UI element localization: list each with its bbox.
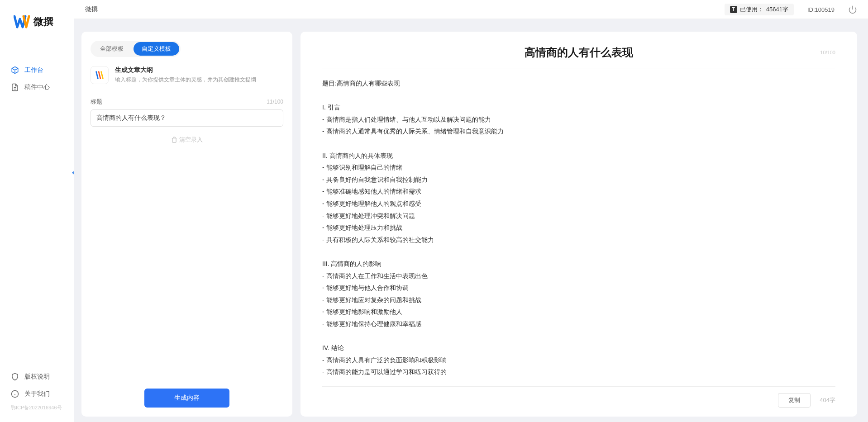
copy-button[interactable]: 复制 bbox=[778, 393, 811, 408]
nav-item-workbench[interactable]: 工作台 bbox=[0, 62, 74, 79]
cube-icon bbox=[11, 66, 19, 74]
id-value: 100519 bbox=[815, 6, 835, 13]
page-title: 微撰 bbox=[85, 5, 98, 14]
usage-value: 45641字 bbox=[766, 5, 788, 14]
output-header: 高情商的人有什么表现 10/100 bbox=[322, 45, 835, 60]
title-label-row: 标题 11/100 bbox=[91, 98, 283, 106]
footer-item-copyright[interactable]: 版权说明 bbox=[0, 368, 74, 385]
sidebar-collapse-handle[interactable] bbox=[68, 168, 77, 177]
output-panel: 高情商的人有什么表现 10/100 题目:高情商的人有哪些表现 I. 引言 - … bbox=[300, 32, 857, 417]
template-info: 生成文章大纲 输入标题，为你提供文章主体的灵感，并为其创建推文提纲 bbox=[115, 66, 283, 84]
icp-text: 鄂ICP备2022016946号 bbox=[0, 403, 74, 413]
title-input[interactable] bbox=[91, 109, 283, 127]
template-tabs: 全部模板 自定义模板 bbox=[91, 41, 181, 57]
generate-button[interactable]: 生成内容 bbox=[144, 389, 229, 408]
divider bbox=[322, 68, 835, 68]
template-description: 输入标题，为你提供文章主体的灵感，并为其创建推文提纲 bbox=[115, 76, 283, 84]
nav-item-label: 工作台 bbox=[24, 66, 43, 74]
nav-list: 工作台 稿件中心 bbox=[0, 62, 74, 96]
main-content: 全部模板 自定义模板 生成文章大纲 输入标题，为你提供文章主体的灵感，并为其创建… bbox=[74, 19, 868, 422]
clear-input-button[interactable]: 清空录入 bbox=[91, 136, 283, 144]
template-name: 生成文章大纲 bbox=[115, 66, 283, 74]
doc-icon bbox=[11, 83, 19, 91]
usage-badge[interactable]: T 已使用： 45641字 bbox=[725, 4, 794, 15]
clear-label: 清空录入 bbox=[179, 136, 203, 144]
nav-item-label: 稿件中心 bbox=[24, 83, 50, 91]
brand-logo: 微撰 bbox=[0, 0, 74, 43]
logo-icon bbox=[14, 14, 30, 30]
text-icon: T bbox=[730, 6, 737, 13]
tab-custom-templates[interactable]: 自定义模板 bbox=[134, 42, 179, 56]
output-body[interactable]: 题目:高情商的人有哪些表现 I. 引言 - 高情商是指人们处理情绪、与他人互动以… bbox=[322, 77, 835, 377]
trash-icon bbox=[171, 137, 177, 143]
id-label: ID: bbox=[807, 6, 815, 13]
output-title: 高情商的人有什么表现 bbox=[525, 45, 633, 60]
title-label: 标题 bbox=[91, 98, 102, 106]
topbar: 微撰 T 已使用： 45641字 ID:100519 bbox=[74, 0, 868, 19]
output-counter: 10/100 bbox=[820, 50, 835, 55]
usage-label: 已使用： bbox=[740, 5, 763, 14]
footer-item-label: 版权说明 bbox=[24, 373, 50, 381]
template-card: 生成文章大纲 输入标题，为你提供文章主体的灵感，并为其创建推文提纲 bbox=[91, 66, 283, 84]
footer-item-about[interactable]: 关于我们 bbox=[0, 385, 74, 403]
sidebar-footer: 版权说明 关于我们 鄂ICP备2022016946号 bbox=[0, 368, 74, 422]
word-count: 404字 bbox=[820, 396, 835, 404]
input-panel: 全部模板 自定义模板 生成文章大纲 输入标题，为你提供文章主体的灵感，并为其创建… bbox=[81, 32, 292, 417]
info-icon bbox=[11, 390, 19, 398]
title-char-counter: 11/100 bbox=[267, 99, 283, 105]
template-icon bbox=[91, 66, 109, 84]
sidebar: 微撰 工作台 稿件中心 版权说明 关于我们 bbox=[0, 0, 74, 422]
tab-all-templates[interactable]: 全部模板 bbox=[92, 42, 132, 56]
shield-icon bbox=[11, 373, 19, 381]
footer-item-label: 关于我们 bbox=[24, 390, 50, 398]
topbar-right: T 已使用： 45641字 ID:100519 bbox=[725, 4, 857, 15]
user-id: ID:100519 bbox=[807, 5, 835, 14]
brand-name: 微撰 bbox=[33, 15, 53, 28]
power-icon[interactable] bbox=[848, 5, 857, 14]
output-footer: 复制 404字 bbox=[322, 386, 835, 408]
nav-item-drafts[interactable]: 稿件中心 bbox=[0, 79, 74, 96]
